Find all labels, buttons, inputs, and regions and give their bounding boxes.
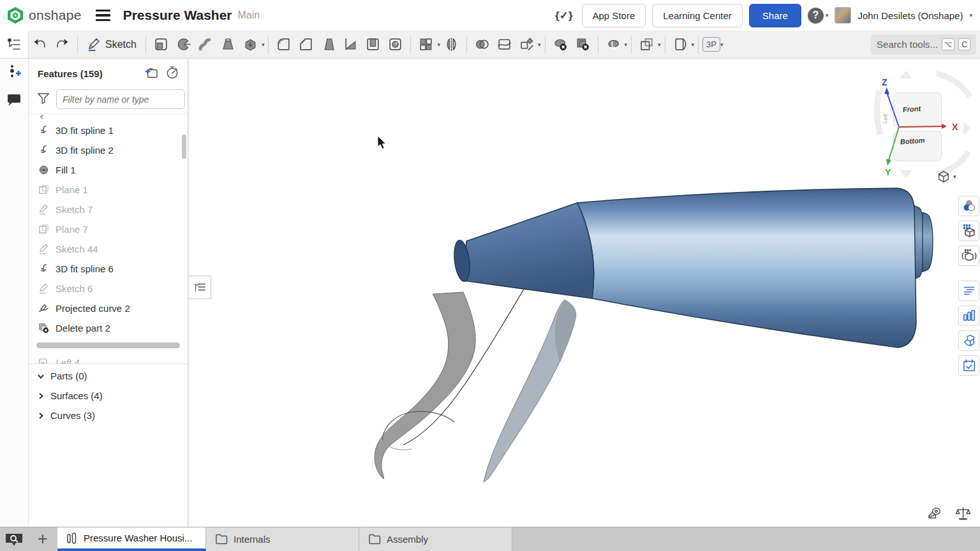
chevron-down-icon[interactable]: ▾	[262, 41, 265, 48]
vertical-scrollbar[interactable]	[182, 135, 186, 159]
feature-row[interactable]: Sketch 44	[29, 239, 188, 259]
tab-part-studio[interactable]: Pressure Washer Housi...	[57, 527, 206, 551]
chamfer-icon[interactable]	[298, 35, 314, 54]
pattern-icon[interactable]	[418, 35, 434, 54]
configurations-panel-button[interactable]	[958, 221, 979, 241]
feature-row[interactable]: 3D fit spline 6	[29, 259, 188, 279]
separator	[466, 36, 467, 54]
custom-tables-panel-button[interactable]	[958, 281, 979, 301]
feature-list-toggle[interactable]	[0, 31, 29, 58]
panel-collapse-button[interactable]	[189, 276, 211, 299]
onshape-logo[interactable]: onshape	[6, 6, 82, 24]
thicken-icon[interactable]	[242, 35, 258, 54]
view-cube[interactable]: X Z Y Front Bottom Left	[873, 66, 980, 191]
featurescript-icon[interactable]: {✓}	[555, 9, 572, 22]
feature-row[interactable]: 3D fit spline 1	[29, 121, 188, 140]
document-title[interactable]: Pressure Washer	[123, 8, 232, 23]
versions-icon[interactable]	[6, 64, 22, 83]
release-status-panel-button[interactable]	[958, 355, 979, 376]
chevron-down-icon[interactable]: ▾	[969, 12, 972, 18]
chevron-down-icon[interactable]: ▾	[658, 41, 661, 48]
body-surface[interactable]	[577, 188, 916, 348]
feature-row[interactable]: Plane 1	[29, 180, 188, 200]
transform-icon[interactable]	[519, 35, 535, 54]
viewcube-front-label[interactable]: Front	[903, 105, 921, 114]
feature-row-clipped[interactable]: Left 4	[29, 353, 188, 364]
appearance-panel-button[interactable]	[958, 196, 979, 216]
chevron-down-icon[interactable]: ▾	[437, 41, 440, 48]
parts-list-panel-button[interactable]	[958, 305, 979, 326]
rollback-icon[interactable]	[166, 66, 179, 82]
revolve-icon[interactable]	[175, 35, 191, 54]
view-options-button[interactable]: ▾	[937, 170, 956, 184]
add-tab-button[interactable]: +	[28, 527, 57, 551]
redo-button[interactable]	[54, 35, 70, 54]
hole-icon[interactable]	[387, 35, 403, 54]
chevron-down-icon[interactable]: ▾	[625, 41, 628, 48]
status-icons	[926, 504, 971, 523]
tab-assembly[interactable]: Assembly	[359, 527, 512, 551]
app-store-button[interactable]: App Store	[582, 4, 646, 27]
rib-icon[interactable]	[343, 35, 359, 54]
viewcube-left-label[interactable]: Left	[882, 113, 889, 124]
feature-row[interactable]: Plane 7	[29, 219, 188, 239]
mass-properties-icon[interactable]	[955, 504, 971, 523]
help-menu[interactable]: ? ▾	[808, 8, 829, 24]
filter-input[interactable]	[56, 89, 185, 109]
mirror-icon[interactable]	[443, 35, 459, 54]
feature-row[interactable]: Delete part 2	[29, 318, 188, 338]
workspace-name[interactable]: Main	[238, 10, 260, 21]
delete-face-icon[interactable]	[553, 35, 568, 54]
add-folder-icon[interactable]	[144, 67, 158, 81]
comment-icon[interactable]	[6, 93, 22, 111]
chevron-down-icon[interactable]: ▾	[538, 41, 541, 48]
loft-icon[interactable]	[220, 35, 236, 54]
feature-toolbar: Sketch ▾ ▾ ▾	[0, 31, 980, 59]
sweep-icon[interactable]	[198, 35, 214, 54]
feature-row[interactable]: Sketch 6	[29, 279, 188, 298]
perspective-button[interactable]: 3P	[702, 37, 720, 52]
fillet-icon[interactable]	[276, 35, 292, 54]
handle-surfaces[interactable]	[375, 292, 576, 482]
projected-curve[interactable]	[403, 262, 540, 445]
user-name[interactable]: John Desilets (Onshape)	[858, 10, 963, 21]
nose-tip-face[interactable]	[452, 239, 472, 282]
measure-icon[interactable]	[926, 504, 942, 523]
feature-row[interactable]: Projected curve 2	[29, 298, 188, 318]
chevron-right-icon	[37, 412, 45, 420]
plane-tool-icon[interactable]	[639, 35, 655, 54]
surfaces-section-header[interactable]: Surfaces (4)	[29, 386, 188, 406]
curves-section-header[interactable]: Curves (3)	[29, 406, 188, 425]
viewcube-bottom-face[interactable]	[893, 131, 942, 161]
main-menu-icon[interactable]	[96, 10, 110, 22]
split-icon[interactable]	[496, 35, 512, 54]
shell-icon[interactable]	[365, 35, 381, 54]
onshape-logo-text: onshape	[29, 8, 82, 23]
undo-button[interactable]	[32, 35, 48, 54]
configured-features-panel-button[interactable]	[958, 246, 979, 266]
rear-cylinder[interactable]	[911, 204, 933, 281]
move-face-icon[interactable]	[605, 35, 621, 54]
delete-part-icon[interactable]	[575, 35, 591, 54]
filter-icon[interactable]	[36, 92, 50, 107]
sketch-button[interactable]: Sketch	[87, 37, 137, 52]
user-avatar[interactable]	[835, 7, 851, 24]
boolean-icon[interactable]	[474, 35, 490, 54]
chevron-down-icon[interactable]: ▾	[720, 41, 724, 48]
section-view-icon[interactable]	[672, 35, 688, 54]
feature-row[interactable]: Fill 1	[29, 160, 188, 180]
tab-search-button[interactable]	[0, 527, 28, 551]
chevron-down-icon[interactable]: ▾	[692, 41, 695, 48]
feature-row[interactable]: 3D fit spline 2	[29, 140, 188, 160]
feature-row[interactable]: Sketch 7	[29, 200, 188, 219]
share-button[interactable]: Share	[749, 4, 801, 27]
draft-icon[interactable]	[320, 35, 336, 54]
parts-section-header[interactable]: Parts (0)	[29, 366, 188, 386]
part-studio-panel-button[interactable]	[958, 330, 979, 351]
learning-center-button[interactable]: Learning Center	[652, 4, 743, 27]
tab-internals[interactable]: Internals	[206, 527, 359, 551]
horizontal-scrollbar[interactable]	[36, 342, 180, 348]
nose-cone-surface[interactable]	[464, 203, 594, 298]
search-tools-box[interactable]: Search tools... C	[871, 34, 976, 55]
extrude-icon[interactable]	[153, 35, 169, 54]
